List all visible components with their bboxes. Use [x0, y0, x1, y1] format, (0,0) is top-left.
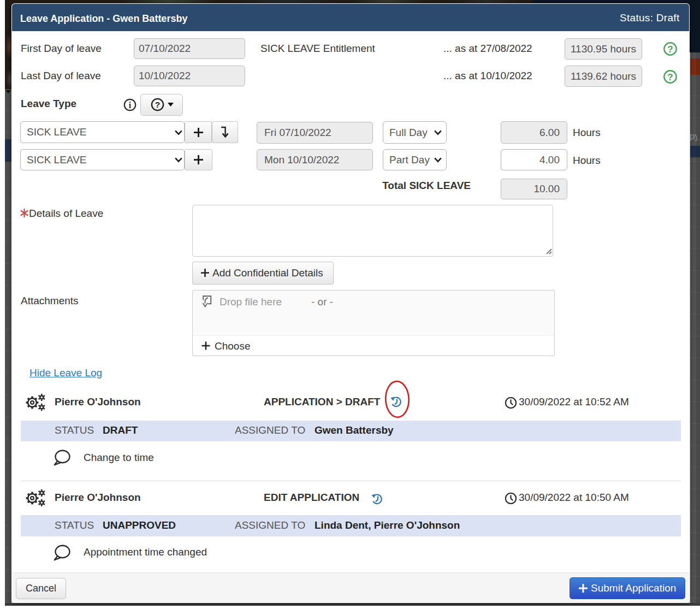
svg-text:?: ?: [667, 44, 673, 55]
svg-text:i: i: [129, 100, 132, 110]
svg-text:?: ?: [155, 100, 160, 109]
svg-text:?: ?: [667, 72, 673, 82]
